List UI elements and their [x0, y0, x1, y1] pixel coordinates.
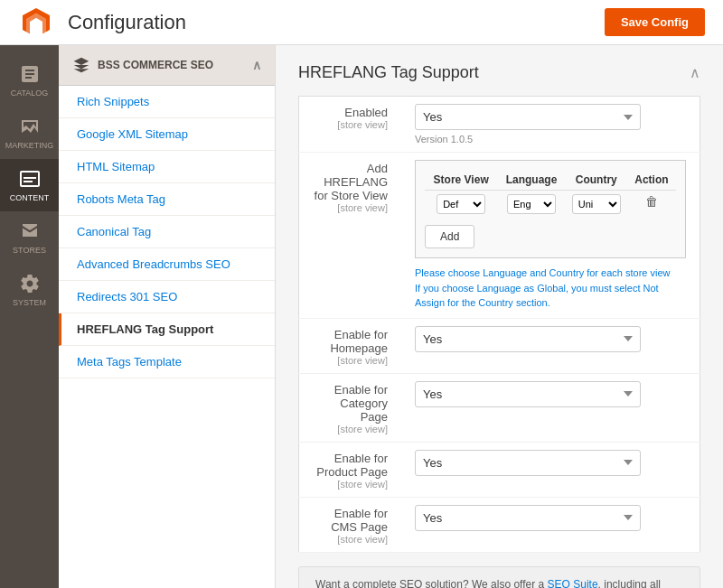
hreflang-inner-table: Store View Language Country Action	[425, 170, 676, 218]
enable-cms-store-view: [store view]	[313, 534, 388, 545]
add-hreflang-row-button[interactable]: Add	[425, 225, 474, 248]
enabled-store-view-label: [store view]	[313, 119, 388, 130]
enable-product-select[interactable]: Yes No	[415, 450, 641, 476]
enabled-label: Enabled	[344, 106, 388, 119]
hint-line1: Please choose Language and Country for e…	[415, 267, 671, 278]
enable-cms-label: Enable for CMS Page	[331, 507, 388, 534]
sidebar-item-marketing-label: MARKETING	[5, 141, 54, 150]
nav-panel-header: BSS COMMERCE SEO ∧	[59, 45, 275, 86]
save-config-button[interactable]: Save Config	[605, 8, 705, 36]
info-box-text-before: Want a complete SEO solution? We also of…	[315, 578, 548, 589]
enable-homepage-select[interactable]: Yes No	[415, 326, 641, 352]
sidebar-item-stores[interactable]: STORES	[0, 211, 59, 264]
th-country: Country	[566, 170, 627, 191]
enabled-value-cell: Yes No Version 1.0.5	[406, 97, 700, 153]
nav-item-robots-meta-tag[interactable]: Robots Meta Tag	[59, 183, 275, 216]
nav-item-advanced-breadcrumbs-seo[interactable]: Advanced Breadcrumbs SEO	[59, 248, 275, 281]
enabled-row: Enabled [store view] Yes No Version 1.0.…	[299, 97, 700, 153]
add-hreflang-row: Add HREFLANG for Store View [store view]…	[299, 153, 700, 319]
version-text: Version 1.0.5	[415, 134, 686, 145]
page-title: Configuration	[68, 11, 186, 34]
delete-row-button[interactable]: 🗑	[645, 194, 658, 209]
enable-product-store-view: [store view]	[313, 479, 388, 490]
sidebar-item-system[interactable]: SYSTEM	[0, 264, 59, 316]
sidebar-item-stores-label: STORES	[13, 246, 46, 255]
enable-homepage-label-cell: Enable for Homepage [store view]	[299, 318, 407, 373]
language-select[interactable]: Eng	[507, 194, 556, 214]
add-hreflang-store-view-label: [store view]	[313, 202, 388, 213]
seo-suite-link[interactable]: SEO Suite	[548, 578, 598, 589]
sidebar-item-catalog-label: CATALOG	[11, 89, 49, 98]
enable-homepage-store-view: [store view]	[313, 355, 388, 366]
nav-item-hreflang-tag-support[interactable]: HREFLANG Tag Support	[59, 313, 275, 346]
sidebar-item-system-label: SYSTEM	[13, 298, 46, 307]
th-action: Action	[627, 170, 676, 191]
magento-logo	[18, 5, 54, 41]
enable-homepage-row: Enable for Homepage [store view] Yes No	[299, 318, 700, 373]
config-table: Enabled [store view] Yes No Version 1.0.…	[298, 96, 700, 553]
section-collapse-button[interactable]: ∧	[690, 64, 700, 81]
nav-panel: BSS COMMERCE SEO ∧ Rich Snippets Google …	[59, 45, 276, 588]
hreflang-table-wrapper: Store View Language Country Action	[415, 160, 686, 258]
section-header: HREFLANG Tag Support ∧	[298, 63, 700, 82]
sidebar-item-content-label: CONTENT	[10, 193, 50, 202]
nav-item-redirects-301-seo[interactable]: Redirects 301 SEO	[59, 281, 275, 313]
enabled-label-cell: Enabled [store view]	[299, 97, 407, 153]
nav-panel-collapse-icon[interactable]: ∧	[252, 58, 261, 72]
hreflang-table-row: Def Eng	[425, 191, 676, 219]
hint-line2: If you choose Language as Global, you mu…	[415, 283, 659, 309]
enable-cms-value-cell: Yes No	[406, 497, 700, 552]
action-cell: 🗑	[627, 191, 676, 219]
add-hreflang-label-cell: Add HREFLANG for Store View [store view]	[299, 153, 407, 319]
enable-product-label: Enable for Product Page	[316, 452, 388, 479]
nav-item-canonical-tag[interactable]: Canonical Tag	[59, 216, 275, 248]
bss-logo-icon	[72, 56, 90, 74]
sidebar-item-catalog[interactable]: CATALOG	[0, 54, 59, 107]
add-hreflang-label: Add HREFLANG for Store View	[315, 162, 388, 202]
enable-cms-row: Enable for CMS Page [store view] Yes No	[299, 497, 700, 552]
sidebar-item-marketing[interactable]: MARKETING	[0, 107, 59, 159]
enable-category-label-cell: Enable for Category Page [store view]	[299, 373, 407, 442]
th-store-view: Store View	[425, 170, 497, 191]
hreflang-hint: Please choose Language and Country for e…	[415, 266, 686, 311]
language-cell: Eng	[497, 191, 565, 219]
country-select[interactable]: Uni	[572, 194, 621, 214]
enable-product-value-cell: Yes No	[406, 442, 700, 497]
store-view-select[interactable]: Def	[437, 194, 485, 214]
nav-item-meta-tags-template[interactable]: Meta Tags Template	[59, 346, 275, 378]
sidebar-item-content[interactable]: CONTENT	[0, 159, 59, 211]
enable-category-label: Enable for Category Page	[334, 383, 388, 424]
nav-panel-title: BSS COMMERCE SEO	[98, 59, 213, 71]
th-language: Language	[497, 170, 565, 191]
nav-item-rich-snippets[interactable]: Rich Snippets	[59, 86, 275, 118]
icon-sidebar: CATALOG MARKETING CONTENT STORES SYSTEM	[0, 45, 59, 588]
info-box: Want a complete SEO solution? We also of…	[298, 566, 700, 589]
store-view-cell: Def	[425, 191, 497, 219]
enable-product-label-cell: Enable for Product Page [store view]	[299, 442, 407, 497]
nav-item-html-sitemap[interactable]: HTML Sitemap	[59, 151, 275, 183]
nav-item-google-xml-sitemap[interactable]: Google XML Sitemap	[59, 118, 275, 151]
enable-category-value-cell: Yes No	[406, 373, 700, 442]
enable-category-select[interactable]: Yes No	[415, 381, 641, 407]
enable-cms-label-cell: Enable for CMS Page [store view]	[299, 497, 407, 552]
main-content: HREFLANG Tag Support ∧ Enabled [store vi…	[276, 45, 723, 588]
enable-homepage-label: Enable for Homepage	[330, 328, 388, 355]
enable-category-row: Enable for Category Page [store view] Ye…	[299, 373, 700, 442]
section-title-text: HREFLANG Tag Support	[298, 63, 479, 82]
country-cell: Uni	[566, 191, 627, 219]
enable-product-row: Enable for Product Page [store view] Yes…	[299, 442, 700, 497]
enabled-select[interactable]: Yes No	[415, 104, 641, 130]
enable-cms-select[interactable]: Yes No	[415, 505, 641, 531]
add-hreflang-value-cell: Store View Language Country Action	[406, 153, 700, 319]
enable-homepage-value-cell: Yes No	[406, 318, 700, 373]
enable-category-store-view: [store view]	[313, 424, 388, 434]
